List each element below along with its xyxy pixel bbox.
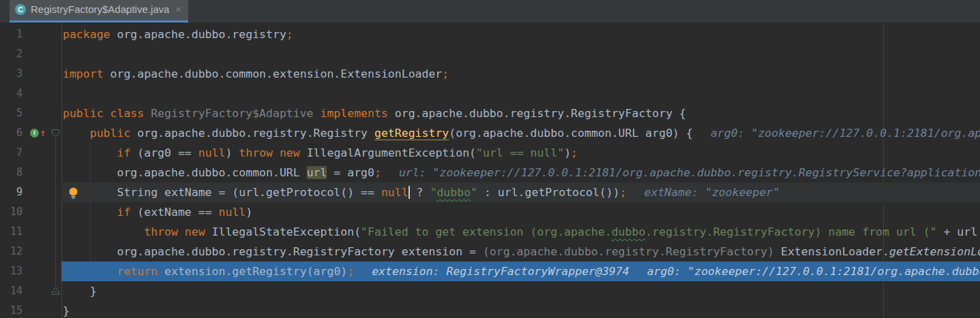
code-text-area[interactable]: } [61,281,980,301]
code-token [63,265,117,278]
code-editor: 1package org.apache.dubbo.registry;23imp… [0,22,980,318]
line-number[interactable]: 12 [0,242,29,261]
code-line: 14 } [0,281,980,301]
code-token: RegistryFactory$Adaptive [151,107,313,120]
code-token: package [63,28,117,41]
debug-inline-hint: extension: RegistryFactoryWrapper@3974 [372,265,629,278]
code-token: (org.apache.dubbo.registry.RegistryFacto… [483,245,774,258]
code-text-area[interactable]: public org.apache.dubbo.registry.Registr… [61,123,980,143]
code-token: if [117,146,137,159]
code-line: 3import org.apache.dubbo.common.extensio… [0,64,980,84]
fold-marker-up[interactable] [49,281,61,301]
code-text-area[interactable]: String extName = (url.getProtocol() == n… [61,182,980,202]
code-token [63,225,144,238]
code-token: org.apache.dubbo.common.URL [63,166,307,179]
code-token: null [219,206,246,219]
code-token: org.apache.dubbo.common.extension.Extens… [110,67,443,80]
nav-up-arrow-icon[interactable]: ↑ [40,129,46,138]
line-number[interactable]: 5 [0,104,29,123]
gutter-icons [29,143,49,163]
code-token: import [63,67,110,80]
code-token: dubbo [436,186,471,199]
editor-tab-bar: C RegistryFactory$Adaptive.java × [0,0,980,22]
code-token: null [198,146,226,159]
code-token: if [117,206,137,219]
gutter-icons [29,281,49,301]
code-text-area[interactable]: org.apache.dubbo.common.URL url = arg0;u… [61,163,980,182]
code-token: org.apache.dubbo.registry.RegistryFactor… [395,107,686,120]
code-text-area[interactable]: if (extName == null) [61,202,980,222]
code-token: org.apache.dubbo.registry [117,28,286,41]
code-token: IllegalStateException( [212,225,361,238]
code-token: " [471,186,477,199]
gutter-icons [29,64,49,84]
line-number[interactable]: 13 [0,261,29,281]
code-text-area[interactable] [61,84,980,104]
code-text-area[interactable]: return extension.getRegistry(arg0);exten… [61,261,980,281]
line-number[interactable]: 8 [0,163,29,182]
fold-column [49,301,61,318]
gutter-icons [29,25,49,44]
tab-registryfactory-adaptive[interactable]: C RegistryFactory$Adaptive.java × [10,0,188,22]
line-number[interactable]: 14 [0,281,29,301]
code-token: String extName = (url.getProtocol() == [63,186,381,199]
execution-line: 13 return extension.getRegistry(arg0);ex… [0,261,980,281]
line-number[interactable]: 11 [0,222,29,242]
fold-column [49,104,61,123]
code-token: extension.getRegistry(arg0) [164,265,347,278]
code-token [63,127,90,140]
code-text-area[interactable]: public class RegistryFactory$Adaptive im… [61,104,980,123]
gutter-icons [29,44,49,64]
code-token: : url.getProtocol()) [477,186,620,199]
line-number[interactable]: 4 [0,84,29,104]
code-token: ; [620,186,627,199]
line-number[interactable]: 2 [0,44,29,64]
line-number[interactable]: 1 [0,25,29,44]
code-token: (arg0 == [137,146,198,159]
fold-column [49,182,61,202]
code-token: (extName == [137,206,218,219]
code-token: null [381,186,409,199]
debug-inline-hint: extName: "zookeeper" [644,186,780,199]
code-token: throw new [144,225,211,238]
gutter-icons [29,84,49,104]
gutter-icons [29,261,49,281]
java-class-icon: C [15,4,26,15]
implements-icon[interactable]: I [30,129,39,138]
code-token: = arg0 [327,166,374,179]
fold-marker-down[interactable] [49,123,61,143]
code-text-area[interactable] [61,44,980,64]
fold-column [49,163,61,182]
code-line: 7 if (arg0 == null) throw new IllegalArg… [0,143,980,163]
code-token: org.apache.dubbo.registry.Registry [137,127,374,140]
code-token [63,146,117,159]
fold-column [49,242,61,261]
fold-column [49,44,61,64]
code-line: 12 org.apache.dubbo.registry.RegistryFac… [0,242,980,261]
code-text-area[interactable]: } [61,301,980,318]
tab-close-icon[interactable]: × [175,5,181,14]
debug-inline-hint: arg0: "zookeeper://127.0.0.1:2181/org.ap… [647,265,980,278]
code-text-area[interactable]: throw new IllegalStateException("Failed … [61,222,980,242]
code-token: } [63,285,97,298]
line-number[interactable]: 15 [0,301,29,318]
line-number[interactable]: 7 [0,143,29,163]
line-number[interactable]: 3 [0,64,29,84]
code-token: "url == null" [476,146,564,159]
code-token: return [117,265,164,278]
code-token: getRegistry [374,127,449,140]
code-line: 15} [0,301,980,318]
code-token: "Failed to get extension (org.apache. [361,225,612,238]
tab-title: RegistryFactory$Adaptive.java [31,3,169,15]
gutter-icons: I↑ [29,123,49,143]
code-text-area[interactable]: import org.apache.dubbo.common.extension… [61,64,980,84]
code-text-area[interactable]: org.apache.dubbo.registry.RegistryFactor… [61,242,980,261]
code-text-area[interactable]: if (arg0 == null) throw new IllegalArgum… [61,143,980,163]
code-token: implements [321,107,395,120]
code-text-area[interactable]: package org.apache.dubbo.registry; [61,25,980,44]
code-line: 10 if (extName == null) [0,202,980,222]
line-number[interactable]: 6 [0,123,29,143]
line-number[interactable]: 10 [0,202,29,222]
line-number[interactable]: 9 [0,182,29,202]
fold-column [49,84,61,104]
